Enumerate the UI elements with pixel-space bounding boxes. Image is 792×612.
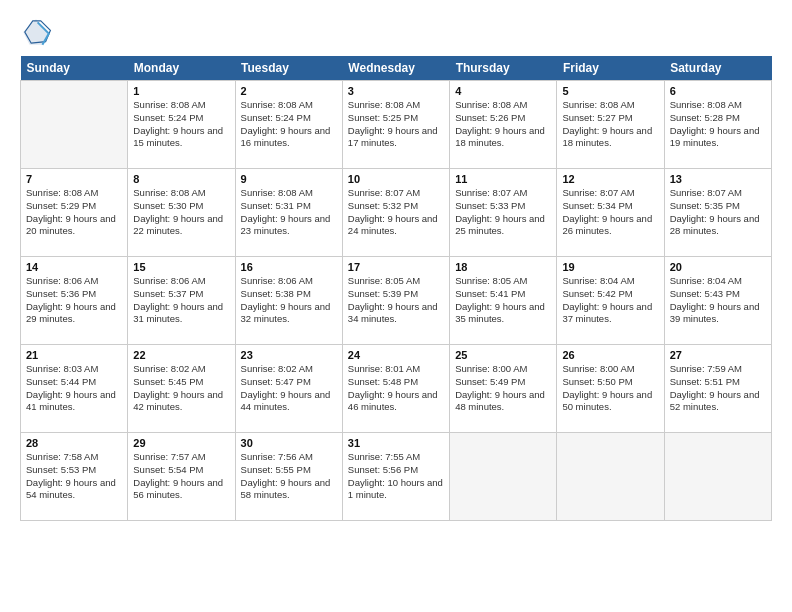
calendar-day-cell [21, 81, 128, 169]
day-number: 2 [241, 85, 337, 97]
day-info: Sunrise: 8:08 AMSunset: 5:31 PMDaylight:… [241, 187, 337, 238]
weekday-header-cell: Thursday [450, 56, 557, 81]
calendar-day-cell: 31 Sunrise: 7:55 AMSunset: 5:56 PMDaylig… [342, 433, 449, 521]
calendar-day-cell: 20 Sunrise: 8:04 AMSunset: 5:43 PMDaylig… [664, 257, 771, 345]
calendar-day-cell: 12 Sunrise: 8:07 AMSunset: 5:34 PMDaylig… [557, 169, 664, 257]
day-info: Sunrise: 7:58 AMSunset: 5:53 PMDaylight:… [26, 451, 122, 502]
day-number: 12 [562, 173, 658, 185]
day-number: 10 [348, 173, 444, 185]
calendar-table: SundayMondayTuesdayWednesdayThursdayFrid… [20, 56, 772, 521]
header [20, 16, 772, 48]
calendar-day-cell: 18 Sunrise: 8:05 AMSunset: 5:41 PMDaylig… [450, 257, 557, 345]
weekday-header: SundayMondayTuesdayWednesdayThursdayFrid… [21, 56, 772, 81]
day-number: 9 [241, 173, 337, 185]
calendar-day-cell: 11 Sunrise: 8:07 AMSunset: 5:33 PMDaylig… [450, 169, 557, 257]
calendar-week-row: 1 Sunrise: 8:08 AMSunset: 5:24 PMDayligh… [21, 81, 772, 169]
calendar-week-row: 14 Sunrise: 8:06 AMSunset: 5:36 PMDaylig… [21, 257, 772, 345]
day-number: 13 [670, 173, 766, 185]
day-number: 30 [241, 437, 337, 449]
day-info: Sunrise: 8:02 AMSunset: 5:45 PMDaylight:… [133, 363, 229, 414]
day-info: Sunrise: 8:03 AMSunset: 5:44 PMDaylight:… [26, 363, 122, 414]
calendar-day-cell: 9 Sunrise: 8:08 AMSunset: 5:31 PMDayligh… [235, 169, 342, 257]
day-info: Sunrise: 8:04 AMSunset: 5:42 PMDaylight:… [562, 275, 658, 326]
calendar-day-cell: 7 Sunrise: 8:08 AMSunset: 5:29 PMDayligh… [21, 169, 128, 257]
day-number: 16 [241, 261, 337, 273]
calendar-day-cell: 27 Sunrise: 7:59 AMSunset: 5:51 PMDaylig… [664, 345, 771, 433]
calendar-day-cell: 29 Sunrise: 7:57 AMSunset: 5:54 PMDaylig… [128, 433, 235, 521]
day-info: Sunrise: 8:08 AMSunset: 5:27 PMDaylight:… [562, 99, 658, 150]
day-number: 18 [455, 261, 551, 273]
calendar-day-cell [557, 433, 664, 521]
day-number: 8 [133, 173, 229, 185]
day-info: Sunrise: 8:07 AMSunset: 5:35 PMDaylight:… [670, 187, 766, 238]
logo [20, 16, 58, 48]
day-info: Sunrise: 8:08 AMSunset: 5:28 PMDaylight:… [670, 99, 766, 150]
day-number: 11 [455, 173, 551, 185]
day-info: Sunrise: 7:55 AMSunset: 5:56 PMDaylight:… [348, 451, 444, 502]
day-info: Sunrise: 7:57 AMSunset: 5:54 PMDaylight:… [133, 451, 229, 502]
day-info: Sunrise: 8:06 AMSunset: 5:36 PMDaylight:… [26, 275, 122, 326]
day-number: 31 [348, 437, 444, 449]
calendar-day-cell: 4 Sunrise: 8:08 AMSunset: 5:26 PMDayligh… [450, 81, 557, 169]
day-info: Sunrise: 8:00 AMSunset: 5:50 PMDaylight:… [562, 363, 658, 414]
calendar-day-cell: 30 Sunrise: 7:56 AMSunset: 5:55 PMDaylig… [235, 433, 342, 521]
calendar-day-cell: 3 Sunrise: 8:08 AMSunset: 5:25 PMDayligh… [342, 81, 449, 169]
calendar-day-cell: 19 Sunrise: 8:04 AMSunset: 5:42 PMDaylig… [557, 257, 664, 345]
calendar-day-cell: 14 Sunrise: 8:06 AMSunset: 5:36 PMDaylig… [21, 257, 128, 345]
day-number: 1 [133, 85, 229, 97]
day-number: 6 [670, 85, 766, 97]
calendar-day-cell: 6 Sunrise: 8:08 AMSunset: 5:28 PMDayligh… [664, 81, 771, 169]
weekday-header-cell: Tuesday [235, 56, 342, 81]
calendar-day-cell: 10 Sunrise: 8:07 AMSunset: 5:32 PMDaylig… [342, 169, 449, 257]
calendar-week-row: 7 Sunrise: 8:08 AMSunset: 5:29 PMDayligh… [21, 169, 772, 257]
day-number: 27 [670, 349, 766, 361]
day-info: Sunrise: 8:08 AMSunset: 5:26 PMDaylight:… [455, 99, 551, 150]
logo-icon [20, 16, 52, 48]
calendar-day-cell: 2 Sunrise: 8:08 AMSunset: 5:24 PMDayligh… [235, 81, 342, 169]
day-number: 20 [670, 261, 766, 273]
day-number: 15 [133, 261, 229, 273]
calendar-day-cell: 1 Sunrise: 8:08 AMSunset: 5:24 PMDayligh… [128, 81, 235, 169]
weekday-header-cell: Sunday [21, 56, 128, 81]
calendar-day-cell: 15 Sunrise: 8:06 AMSunset: 5:37 PMDaylig… [128, 257, 235, 345]
calendar-day-cell: 24 Sunrise: 8:01 AMSunset: 5:48 PMDaylig… [342, 345, 449, 433]
calendar-day-cell: 21 Sunrise: 8:03 AMSunset: 5:44 PMDaylig… [21, 345, 128, 433]
day-info: Sunrise: 8:08 AMSunset: 5:24 PMDaylight:… [133, 99, 229, 150]
calendar-day-cell [450, 433, 557, 521]
calendar-day-cell: 5 Sunrise: 8:08 AMSunset: 5:27 PMDayligh… [557, 81, 664, 169]
calendar-week-row: 28 Sunrise: 7:58 AMSunset: 5:53 PMDaylig… [21, 433, 772, 521]
day-number: 17 [348, 261, 444, 273]
day-number: 22 [133, 349, 229, 361]
day-info: Sunrise: 7:59 AMSunset: 5:51 PMDaylight:… [670, 363, 766, 414]
day-number: 29 [133, 437, 229, 449]
calendar-day-cell: 23 Sunrise: 8:02 AMSunset: 5:47 PMDaylig… [235, 345, 342, 433]
weekday-header-cell: Saturday [664, 56, 771, 81]
calendar-day-cell: 26 Sunrise: 8:00 AMSunset: 5:50 PMDaylig… [557, 345, 664, 433]
calendar-day-cell: 8 Sunrise: 8:08 AMSunset: 5:30 PMDayligh… [128, 169, 235, 257]
page: SundayMondayTuesdayWednesdayThursdayFrid… [0, 0, 792, 612]
day-number: 23 [241, 349, 337, 361]
day-info: Sunrise: 8:06 AMSunset: 5:37 PMDaylight:… [133, 275, 229, 326]
day-number: 7 [26, 173, 122, 185]
day-info: Sunrise: 8:04 AMSunset: 5:43 PMDaylight:… [670, 275, 766, 326]
day-number: 28 [26, 437, 122, 449]
calendar-day-cell: 25 Sunrise: 8:00 AMSunset: 5:49 PMDaylig… [450, 345, 557, 433]
day-number: 3 [348, 85, 444, 97]
weekday-header-cell: Monday [128, 56, 235, 81]
day-info: Sunrise: 8:07 AMSunset: 5:34 PMDaylight:… [562, 187, 658, 238]
day-info: Sunrise: 8:07 AMSunset: 5:33 PMDaylight:… [455, 187, 551, 238]
day-info: Sunrise: 8:07 AMSunset: 5:32 PMDaylight:… [348, 187, 444, 238]
day-number: 14 [26, 261, 122, 273]
calendar-body: 1 Sunrise: 8:08 AMSunset: 5:24 PMDayligh… [21, 81, 772, 521]
day-info: Sunrise: 7:56 AMSunset: 5:55 PMDaylight:… [241, 451, 337, 502]
day-info: Sunrise: 8:00 AMSunset: 5:49 PMDaylight:… [455, 363, 551, 414]
calendar-day-cell [664, 433, 771, 521]
calendar-day-cell: 28 Sunrise: 7:58 AMSunset: 5:53 PMDaylig… [21, 433, 128, 521]
day-info: Sunrise: 8:05 AMSunset: 5:39 PMDaylight:… [348, 275, 444, 326]
weekday-header-cell: Wednesday [342, 56, 449, 81]
day-info: Sunrise: 8:08 AMSunset: 5:25 PMDaylight:… [348, 99, 444, 150]
day-number: 25 [455, 349, 551, 361]
calendar-day-cell: 22 Sunrise: 8:02 AMSunset: 5:45 PMDaylig… [128, 345, 235, 433]
day-number: 4 [455, 85, 551, 97]
day-number: 26 [562, 349, 658, 361]
